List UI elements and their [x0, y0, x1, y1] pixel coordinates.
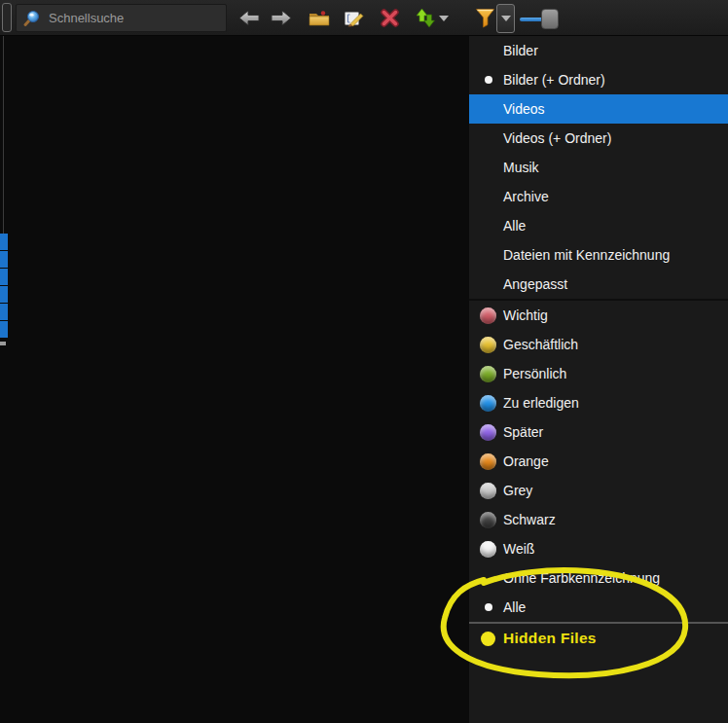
- menu-item-label: Zu erledigen: [503, 395, 579, 411]
- toolbar: [0, 0, 728, 36]
- green-sort-arrows-icon: [415, 8, 437, 28]
- selected-row-fragment[interactable]: [0, 286, 8, 303]
- thumbnail-size-slider-thumb[interactable]: [541, 9, 559, 29]
- menu-item[interactable]: Musik: [469, 153, 728, 182]
- selected-row-fragment[interactable]: [0, 234, 8, 250]
- toolbar-grip[interactable]: [2, 3, 12, 32]
- menu-item[interactable]: Schwarz: [469, 505, 728, 534]
- color-tag-icon: [480, 483, 496, 499]
- menu-item-lead: [480, 453, 503, 470]
- menu-item-label: Videos: [503, 101, 545, 117]
- search-input[interactable]: [40, 11, 226, 25]
- arrow-right-icon: [271, 10, 292, 26]
- menu-item-lead: [480, 337, 503, 353]
- filter-button[interactable]: [473, 2, 496, 34]
- menu-item-lead: [480, 395, 503, 412]
- magnifier-icon: [22, 10, 40, 27]
- menu-item[interactable]: Ohne Farbkennzeichnung: [469, 563, 728, 593]
- menu-item[interactable]: Alle: [469, 593, 728, 622]
- menu-item[interactable]: Bilder: [469, 36, 728, 65]
- sort-dropdown-button[interactable]: [437, 2, 451, 34]
- menu-item[interactable]: Alle: [469, 211, 728, 240]
- menu-item-lead: [480, 541, 503, 558]
- menu-item-lead: [480, 632, 503, 646]
- selected-row-fragment[interactable]: [0, 321, 8, 338]
- chevron-down-icon: [439, 16, 449, 21]
- menu-item-label: Dateien mit Kennzeichnung: [503, 247, 670, 263]
- color-tag-icon: [480, 337, 496, 353]
- menu-item-lead: [480, 424, 503, 441]
- folder-icon: [309, 10, 331, 27]
- menu-item-label: Archive: [503, 189, 549, 204]
- sort-button[interactable]: [413, 2, 438, 34]
- menu-item[interactable]: Videos (+ Ordner): [469, 124, 728, 153]
- arrow-left-icon: [238, 10, 260, 26]
- delete-button[interactable]: [377, 2, 402, 34]
- menu-item-label: Schwarz: [503, 512, 556, 527]
- scrollbar-stub: [0, 342, 6, 345]
- open-folder-button[interactable]: [306, 2, 333, 34]
- menu-item-label: Bilder (+ Ordner): [503, 72, 605, 88]
- color-tag-icon: [480, 366, 496, 382]
- quick-search-box[interactable]: [16, 4, 227, 32]
- color-tag-icon: [480, 307, 496, 324]
- funnel-icon: [475, 8, 495, 28]
- menu-item-label: Später: [503, 424, 543, 440]
- menu-item-label: Musik: [503, 160, 539, 175]
- color-tag-icon: [480, 424, 496, 441]
- chevron-down-icon: [501, 16, 511, 21]
- menu-item-label: Videos (+ Ordner): [503, 130, 611, 146]
- color-tag-icon: [480, 395, 496, 412]
- selected-rows-strip: [0, 234, 8, 339]
- menu-item-label: Geschäftlich: [503, 337, 578, 352]
- menu-item[interactable]: Persönlich: [469, 359, 728, 388]
- filter-menu: Bilder Bilder (+ Ordner) Videos Videos (…: [469, 36, 728, 723]
- menu-item-lead: [480, 76, 503, 84]
- menu-item[interactable]: Wichtig: [469, 301, 728, 330]
- selected-row-fragment[interactable]: [0, 304, 8, 320]
- menu-item-label: Orange: [503, 453, 549, 469]
- menu-item-label: Angepasst: [503, 276, 567, 292]
- color-tag-icon: [480, 453, 496, 470]
- menu-item-label: Persönlich: [503, 366, 566, 381]
- radio-selected-icon: [485, 76, 492, 84]
- menu-item[interactable]: Weiß: [469, 534, 728, 563]
- menu-item[interactable]: Dateien mit Kennzeichnung: [469, 240, 728, 270]
- color-tag-icon: [480, 512, 496, 528]
- forward-button[interactable]: [269, 2, 294, 34]
- menu-item[interactable]: Archive: [469, 182, 728, 211]
- menu-item-label: Hidden Files: [503, 630, 597, 647]
- menu-item-label: Alle: [503, 599, 526, 615]
- annotation-dot-icon: [481, 632, 495, 646]
- menu-item-lead: [480, 483, 503, 499]
- menu-item-lead: [480, 366, 503, 382]
- menu-item[interactable]: Bilder (+ Ordner): [469, 65, 728, 94]
- menu-item[interactable]: Grey: [469, 476, 728, 505]
- menu-item[interactable]: Videos: [469, 94, 728, 124]
- menu-item-label: Grey: [503, 483, 532, 498]
- selected-row-fragment[interactable]: [0, 269, 8, 285]
- menu-item[interactable]: Zu erledigen: [469, 388, 728, 417]
- menu-item-label: Wichtig: [503, 307, 548, 323]
- menu-item-label: Weiß: [503, 541, 534, 557]
- menu-item-label: Alle: [503, 218, 526, 234]
- menu-item[interactable]: Geschäftlich: [469, 330, 728, 359]
- color-tag-icon: [480, 541, 496, 558]
- edit-button[interactable]: [341, 2, 368, 34]
- radio-selected-icon: [485, 603, 492, 611]
- menu-item-lead: [480, 512, 503, 528]
- menu-item[interactable]: Angepasst: [469, 270, 728, 299]
- menu-item-label: Bilder: [503, 43, 538, 58]
- back-button[interactable]: [237, 2, 262, 34]
- filter-dropdown-button[interactable]: [496, 4, 515, 33]
- menu-item[interactable]: Hidden Files: [469, 624, 728, 653]
- menu-item[interactable]: Später: [469, 417, 728, 447]
- menu-item-lead: [480, 307, 503, 324]
- panel-splitter[interactable]: [3, 36, 4, 234]
- edit-pencil-icon: [344, 10, 365, 27]
- red-x-icon: [381, 9, 399, 27]
- menu-item-lead: [480, 603, 503, 611]
- selected-row-fragment[interactable]: [0, 251, 8, 268]
- menu-item[interactable]: Orange: [469, 447, 728, 476]
- menu-item-label: Ohne Farbkennzeichnung: [503, 570, 660, 586]
